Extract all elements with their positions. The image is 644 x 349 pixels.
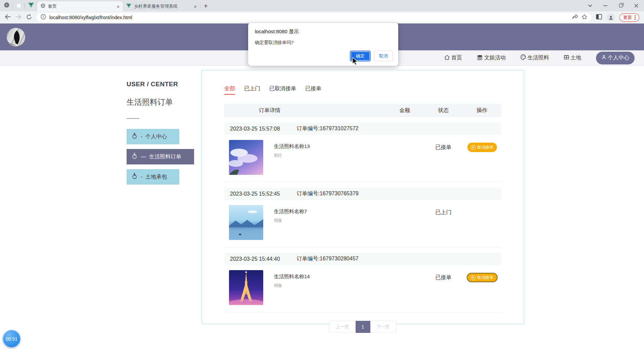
nav-item-activities[interactable]: 文娱活动 (477, 54, 506, 61)
new-tab-button[interactable]: + (204, 2, 208, 10)
globe-icon (41, 3, 45, 9)
sidebar-menu: - 个人中心 — 生活照料订单 - 土地承包 (127, 129, 199, 185)
nav-item-personal-center[interactable]: 个人中心 (596, 52, 635, 64)
nav-label: 生活照料 (527, 54, 549, 61)
share-icon[interactable] (572, 14, 578, 21)
globe-icon[interactable] (4, 2, 9, 9)
column-order-detail: 订单详情 (259, 107, 280, 114)
order-status: 已接单 (424, 140, 463, 175)
nav-item-home[interactable]: 首页 (444, 54, 462, 61)
minimize-button[interactable] (598, 0, 613, 11)
order-category: 陪医 (274, 218, 307, 223)
recording-timer-badge[interactable]: 00:51 (3, 330, 20, 348)
confirm-dialog: localhost:8080 显示 确定要取消接单吗? 确定 取消 (248, 23, 398, 66)
profile-avatar[interactable] (607, 13, 615, 21)
tab-all[interactable]: 全部 (224, 85, 235, 95)
order-name[interactable]: 生活照料名称14 (274, 273, 310, 280)
order-meta-bar: 2023-03-25 15:44:40 订单编号:1679730280457 (224, 253, 501, 265)
order-image (229, 205, 263, 240)
nav-item-life-care[interactable]: 生活照料 (520, 54, 549, 61)
field-grid-icon (564, 55, 569, 61)
button-label: 取消接单 (477, 145, 494, 150)
orders-panel: 全部 已上门 已取消接单 已接单 订单详情 金额 状态 操作 2023-03-2… (201, 70, 524, 324)
browser-menu-icon[interactable] (635, 15, 636, 20)
cancel-order-button[interactable]: ¥ 取消接单 (467, 273, 498, 282)
column-status: 状态 (424, 107, 463, 114)
yen-circle-icon: ¥ (471, 145, 476, 150)
address-bar[interactable]: localhost:8080/xylfwglxt/front/index.htm… (37, 13, 591, 22)
order-amount (385, 270, 424, 305)
site-logo (7, 28, 25, 46)
order-status-tabs: 全部 已上门 已取消接单 已接单 (224, 85, 501, 95)
blank-page-icon[interactable] (16, 3, 21, 8)
tab-search-chevron-icon[interactable] (582, 0, 598, 11)
item-dash: - (141, 174, 142, 180)
tab-divider (25, 3, 25, 9)
nav-label: 个人中心 (608, 54, 629, 61)
order-category: 陪医 (274, 283, 310, 289)
item-label: 生活照料订单 (149, 153, 181, 160)
order-meta-bar: 2023-03-25 15:57:08 订单编号:1679731027572 (224, 122, 501, 135)
order-name[interactable]: 生活照料名称13 (274, 143, 310, 150)
tab-accepted[interactable]: 已接单 (305, 85, 321, 95)
restore-button[interactable] (613, 0, 629, 11)
tab-visited[interactable]: 已上门 (244, 85, 260, 95)
order-amount (385, 140, 424, 175)
tab-cancelled[interactable]: 已取消接单 (269, 85, 296, 95)
home-icon (444, 55, 450, 61)
table-row: 生活照料名称13 助行 已接单 ¥ 取消接单 (224, 135, 501, 182)
cancel-button[interactable]: 取消 (374, 51, 393, 61)
books-stack-icon (477, 55, 483, 61)
yen-circle-icon: ¥ (471, 275, 476, 280)
pinned-tabs (4, 2, 34, 9)
order-image (229, 270, 263, 305)
side-panel-icon[interactable] (596, 14, 602, 21)
dialog-title: localhost:8080 显示 (255, 29, 392, 35)
close-tab-icon[interactable]: × (117, 4, 120, 9)
sidebar-eyebrow: USER / CENTER (127, 81, 199, 88)
browser-toolbar: localhost:8080/xylfwglxt/front/index.htm… (0, 11, 644, 23)
tab-divider (13, 3, 13, 9)
browser-update-button[interactable]: 更新 (619, 13, 639, 22)
browser-window: 首页 × 乡村养老服务管理系统 × + (0, 0, 644, 349)
order-number: 订单编号:1679730280457 (297, 255, 359, 262)
order-image (229, 140, 263, 175)
close-window-button[interactable] (629, 0, 644, 11)
tab-title: 首页 (48, 3, 114, 9)
browser-tab-strip: 首页 × 乡村养老服务管理系统 × + (0, 0, 644, 11)
order-date: 2023-03-25 15:57:08 (230, 126, 280, 132)
order-number: 订单编号:1679731027572 (297, 125, 359, 132)
page-info-icon[interactable] (41, 14, 46, 21)
bookmark-star-icon[interactable] (582, 14, 587, 21)
back-button[interactable] (5, 14, 11, 21)
order-date: 2023-03-25 15:44:40 (230, 256, 280, 262)
next-page-button[interactable]: 下一页 (370, 321, 397, 333)
sidebar-item-personal-center[interactable]: - 个人中心 (127, 129, 179, 144)
order-info: 生活照料名称7 陪医 (274, 205, 307, 240)
vue-logo-icon (126, 3, 131, 9)
close-tab-icon[interactable]: × (194, 4, 197, 9)
order-group: 2023-03-25 15:52:45 订单编号:1679730765379 生… (224, 188, 501, 247)
order-amount (385, 205, 424, 240)
prev-page-button[interactable]: 上一页 (329, 321, 356, 333)
page-number[interactable]: 1 (356, 321, 370, 333)
flame-icon (131, 152, 138, 161)
tab-admin-system[interactable]: 乡村养老服务管理系统 × (123, 1, 200, 11)
order-status: 已上门 (424, 205, 463, 240)
order-number: 订单编号:1679730765379 (297, 190, 359, 197)
url-text[interactable]: localhost:8080/xylfwglxt/front/index.htm… (49, 15, 132, 20)
sidebar-item-life-care-orders[interactable]: — 生活照料订单 (127, 149, 194, 164)
order-group: 2023-03-25 15:57:08 订单编号:1679731027572 生… (224, 122, 501, 182)
item-dash: - (141, 134, 142, 140)
tab-home[interactable]: 首页 × (37, 1, 123, 11)
item-label: 土地承包 (145, 173, 167, 181)
order-category: 助行 (274, 153, 310, 158)
sidebar-item-land-contract[interactable]: - 土地承包 (127, 169, 179, 185)
forward-button[interactable] (15, 14, 21, 21)
cancel-order-button[interactable]: ¥ 取消接单 (467, 143, 497, 152)
vue-logo-icon[interactable] (28, 3, 34, 9)
reload-button[interactable] (26, 14, 32, 21)
nav-label: 土地 (570, 54, 581, 61)
nav-item-land[interactable]: 土地 (564, 54, 581, 61)
order-name[interactable]: 生活照料名称7 (274, 208, 307, 215)
